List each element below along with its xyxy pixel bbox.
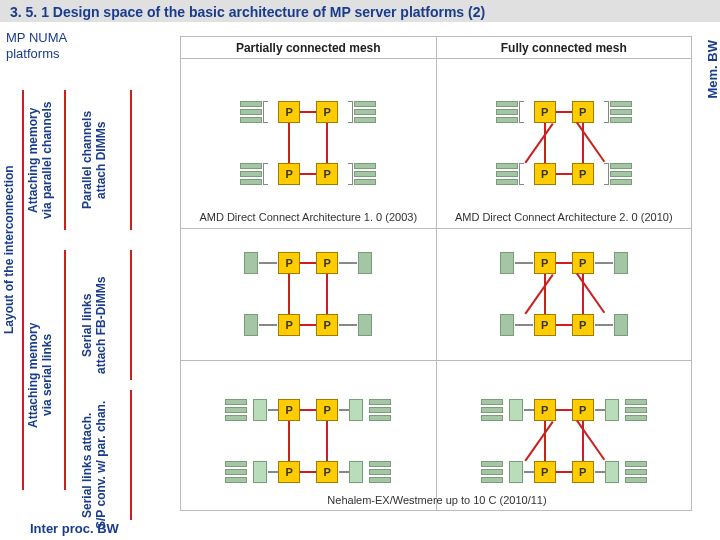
label-mem-bw: Mem. BW — [705, 40, 720, 99]
proc: P — [316, 101, 338, 123]
col-full: Fully connected mesh — [437, 37, 693, 59]
arrow-attach-ser — [64, 250, 66, 490]
page-header: 3. 5. 1 Design space of the basic archit… — [0, 0, 720, 22]
diagram-amd20: P P P P — [494, 89, 634, 199]
arrow-par-ch — [130, 90, 132, 230]
cell-partial-parallel: P P P P AMD Direct Connect Architectu — [181, 59, 437, 229]
diagram-fb-full: P P P P — [494, 240, 634, 350]
proc: P — [572, 314, 594, 336]
proc: P — [316, 163, 338, 185]
design-grid: Partially connected mesh Fully connected… — [180, 36, 692, 511]
proc: P — [572, 252, 594, 274]
proc: P — [278, 399, 300, 421]
proc: P — [572, 163, 594, 185]
arrow-ser-sp — [130, 390, 132, 520]
proc: P — [534, 461, 556, 483]
proc: P — [534, 101, 556, 123]
proc: P — [278, 314, 300, 336]
diagram-amd10: P P P P — [238, 89, 378, 199]
label-parallel-channels: Parallel channels attach DIMMs — [80, 90, 108, 230]
proc: P — [278, 101, 300, 123]
proc: P — [534, 163, 556, 185]
proc: P — [572, 399, 594, 421]
proc: P — [534, 252, 556, 274]
label-attach-parallel: Attaching memory via parallel channels — [26, 90, 54, 230]
label-attach-serial: Attaching memory via serial links — [26, 260, 54, 490]
diagram-fb-partial: P P P P — [238, 240, 378, 350]
cell-full-sp: P P P P — [437, 361, 693, 511]
label-layout: Layout of the interconnection — [2, 130, 16, 370]
proc: P — [316, 252, 338, 274]
proc: P — [572, 101, 594, 123]
caption-amd20: AMD Direct Connect Architecture 2. 0 (20… — [437, 211, 692, 223]
arrow-ser-fb — [130, 250, 132, 380]
proc: P — [316, 314, 338, 336]
cell-partial-sp: P P P P — [181, 361, 437, 511]
col-partial: Partially connected mesh — [181, 37, 437, 59]
proc: P — [316, 399, 338, 421]
label-serial-fb: Serial links attach FB-DiMMs — [80, 255, 108, 395]
platform-label: MP NUMA platforms — [6, 30, 67, 63]
diagram-sp-partial: P P P P — [223, 381, 393, 491]
caption-nehalem: Nehalem-EX/Westmere up to 10 C (2010/11) — [181, 494, 693, 506]
cell-full-fbdimm: P P P P — [437, 229, 693, 361]
proc: P — [534, 399, 556, 421]
proc: P — [278, 163, 300, 185]
label-inter-bw: Inter proc. BW — [30, 521, 119, 536]
diagram-sp-full: P P P P — [479, 381, 649, 491]
proc: P — [316, 461, 338, 483]
proc: P — [278, 252, 300, 274]
proc: P — [278, 461, 300, 483]
caption-amd10: AMD Direct Connect Architecture 1. 0 (20… — [181, 211, 436, 223]
arrow-layout — [22, 90, 24, 490]
proc: P — [534, 314, 556, 336]
cell-full-parallel: P P P P AMD Direct Connect A — [437, 59, 693, 229]
proc: P — [572, 461, 594, 483]
arrow-attach-par — [64, 90, 66, 230]
label-serial-sp: Serial links attach. S/P conv. w/ par. c… — [80, 390, 108, 540]
cell-partial-fbdimm: P P P P — [181, 229, 437, 361]
